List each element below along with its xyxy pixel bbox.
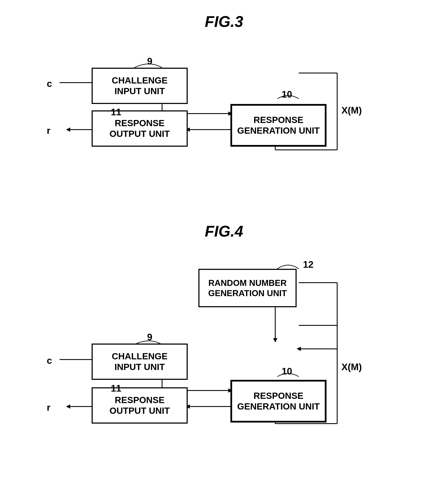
fig3-label-xm: X(M) bbox=[342, 105, 362, 116]
svg-marker-23 bbox=[66, 404, 70, 409]
fig3-response-output-box: RESPONSE OUTPUT UNIT bbox=[92, 110, 188, 147]
fig3-label-r: r bbox=[47, 125, 50, 136]
fig4-label-11: 11 bbox=[111, 383, 121, 394]
fig4-challenge-input-box: CHALLENGE INPUT UNIT bbox=[92, 343, 188, 380]
fig3-title: FIG.3 bbox=[17, 13, 431, 30]
fig4-response-generation-box: RESPONSE GENERATION UNIT bbox=[230, 380, 326, 422]
fig3-label-c: c bbox=[47, 78, 52, 89]
fig4-random-number-box: RANDOM NUMBER GENERATION UNIT bbox=[198, 269, 297, 307]
fig4-label-c: c bbox=[47, 355, 52, 366]
fig4-label-xm: X(M) bbox=[342, 362, 362, 372]
fig4-diagram: RANDOM NUMBER GENERATION UNIT CHALLENGE … bbox=[43, 257, 405, 481]
fig4-label-9: 9 bbox=[147, 332, 152, 342]
fig3-label-10: 10 bbox=[282, 89, 292, 100]
fig3-label-11: 11 bbox=[111, 107, 121, 117]
fig4-title: FIG.4 bbox=[17, 222, 431, 240]
figure-4-section: FIG.4 bbox=[17, 222, 431, 481]
fig3-response-generation-box: RESPONSE GENERATION UNIT bbox=[230, 104, 326, 147]
fig4-response-output-box: RESPONSE OUTPUT UNIT bbox=[92, 387, 188, 424]
svg-marker-25 bbox=[273, 338, 277, 342]
figure-3-section: FIG.3 bbox=[17, 13, 431, 197]
svg-marker-31 bbox=[297, 347, 301, 351]
page: FIG.3 bbox=[0, 0, 448, 490]
fig4-label-10: 10 bbox=[282, 366, 292, 377]
fig3-challenge-input-box: CHALLENGE INPUT UNIT bbox=[92, 68, 188, 104]
fig4-label-r: r bbox=[47, 402, 50, 413]
fig3-diagram: CHALLENGE INPUT UNIT RESPONSE OUTPUT UNI… bbox=[43, 47, 405, 197]
fig3-label-9: 9 bbox=[147, 56, 152, 67]
svg-marker-8 bbox=[66, 127, 70, 132]
fig4-label-12: 12 bbox=[303, 259, 314, 270]
